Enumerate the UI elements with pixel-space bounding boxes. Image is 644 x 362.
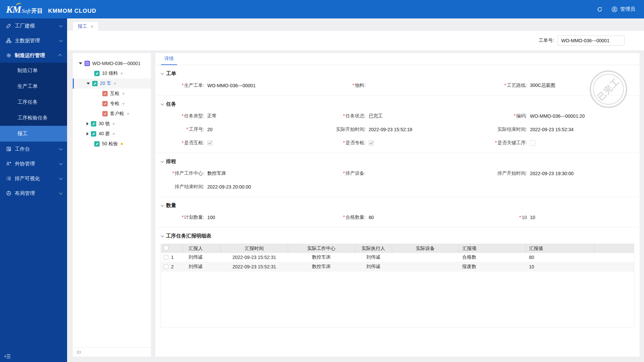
collapse-arrow-icon[interactable] — [87, 122, 89, 125]
field-task-type: *任务类型: 正常 — [161, 112, 322, 120]
field-production-order: *生产工单: WO-MMO-036---00001 — [161, 81, 322, 90]
sidebar-submenu: 制造订单 生产工单 工序任务 工序检验任务 报工 — [0, 63, 67, 142]
tree-footer — [73, 347, 151, 357]
section-work-order: 工单 *生产工单: WO-MMO-036---00001 *物料: *工艺路线:… — [155, 65, 640, 96]
order-tree: WO-MMO-036---00001 10 领料 20 车 互检 — [73, 53, 151, 149]
chevron-down-icon — [59, 38, 63, 42]
refresh-icon[interactable] — [597, 6, 603, 12]
wrench-icon — [94, 71, 100, 76]
list-icon — [6, 176, 11, 181]
status-dot — [122, 93, 124, 95]
section-schedule: 排程 *排产工作中心: 数控车床 *排产设备: 排产开始时间: 2022-09-… — [155, 153, 640, 197]
section-task: 任务 *任务类型: 正常 *任务状态: 已完工 *编码: WO-MMO-036-… — [155, 96, 640, 153]
expand-arrow-icon[interactable] — [79, 62, 82, 64]
sidebar-item-factory-modeling[interactable]: 工厂建模 — [0, 18, 67, 33]
field-qualified-quantity: *合格数量: 80 — [322, 213, 483, 222]
section-report-header[interactable]: 工序任务汇报明细表 — [161, 231, 634, 240]
wrench-icon — [91, 121, 96, 126]
chevron-down-icon — [161, 71, 164, 75]
tree-node-special-inspection[interactable]: 专检 — [73, 99, 151, 109]
status-dot — [122, 103, 124, 105]
col-actual-work-center[interactable]: 实际工作中心 — [288, 244, 355, 253]
order-number-input[interactable] — [557, 36, 625, 46]
checkbox-key-operation[interactable] — [530, 140, 535, 146]
col-report-value[interactable]: 汇报值 — [526, 244, 594, 253]
chevron-down-icon — [161, 203, 164, 207]
sidebar-item-operation-task[interactable]: 工序任务 — [0, 94, 67, 110]
field-process-route: *工艺路线: 300C总装图 — [483, 81, 634, 90]
sidebar-item-workbench[interactable]: 工作台 — [0, 142, 67, 156]
wrench-icon — [91, 131, 96, 137]
sidebar-item-schedule-visualization[interactable]: 排产可视化 — [0, 171, 67, 186]
tab-work-report[interactable]: 报工 × — [73, 22, 98, 31]
tree-node-40-grinding[interactable]: 40 磨 — [73, 129, 151, 139]
status-dot-active — [121, 143, 123, 145]
sidebar-item-production-order[interactable]: 生产工单 — [0, 79, 67, 94]
chevron-down-icon — [59, 176, 63, 180]
tree-node-root[interactable]: WO-MMO-036---00001 — [73, 58, 151, 68]
wrench-icon — [92, 81, 98, 86]
pen-icon — [6, 23, 11, 29]
sidebar-item-master-data[interactable]: 主数据管理 — [0, 33, 67, 48]
sphere-icon — [6, 191, 11, 196]
detail-panel: 详情 工单 *生产工单: WO-MMO-036---00001 *物料: *工艺… — [155, 53, 640, 357]
tree-settings-icon[interactable] — [76, 350, 81, 355]
checkbox-mutual-inspection[interactable] — [207, 140, 213, 146]
wrench-icon — [94, 141, 100, 147]
tree-node-10-picking[interactable]: 10 领料 — [73, 68, 151, 79]
tree-node-30-milling[interactable]: 30 铣 — [73, 119, 151, 129]
user-icon — [611, 6, 618, 12]
field-special-inspection-flag: *是否专检: — [322, 139, 483, 147]
col-reporter[interactable]: 汇报人 — [182, 244, 221, 253]
sidebar-item-inspection-task[interactable]: 工序检验任务 — [0, 110, 67, 126]
col-actual-executor[interactable]: 实际执行人 — [355, 244, 392, 253]
table-row[interactable]: 1 刘伟诚 2022-09-23 15:52:31 数控车床 刘伟诚 合格数 8… — [161, 253, 634, 262]
section-work-order-header[interactable]: 工单 — [161, 69, 634, 78]
order-number-label: 工单号: — [539, 38, 554, 44]
row-checkbox[interactable] — [164, 264, 168, 269]
close-icon[interactable]: × — [91, 24, 93, 29]
sidebar-item-manufacturing-order[interactable]: 制造订单 — [0, 63, 67, 79]
tab-strip: 报工 × — [67, 18, 644, 31]
user-name: 管理员 — [620, 6, 635, 12]
chevron-down-icon — [59, 23, 63, 27]
checked-inspection-icon — [102, 91, 108, 96]
checked-inspection-icon — [102, 111, 108, 116]
tree-node-20-lathe[interactable]: 20 车 — [73, 79, 151, 89]
section-report-table: 工序任务汇报明细表 汇报人 汇报时间 实际工作中心 实际执行人 实际设备 汇报项 — [155, 227, 640, 333]
field-planned-quantity: *计划数量: 100 — [161, 213, 322, 222]
sidebar-item-work-report[interactable]: 报工 — [0, 126, 67, 142]
col-report-item[interactable]: 汇报项 — [459, 244, 526, 253]
logo-cn-text: 开目 — [31, 7, 43, 15]
tree-node-mutual-inspection[interactable]: 互检 — [73, 89, 151, 99]
report-table: 汇报人 汇报时间 实际工作中心 实际执行人 实际设备 汇报项 汇报值 1 刘伟诚 — [161, 244, 634, 271]
sidebar-collapse-icon[interactable] — [4, 353, 11, 360]
outsourcing-icon — [6, 161, 11, 166]
status-dot — [113, 123, 115, 125]
col-report-time[interactable]: 汇报时间 — [221, 244, 288, 253]
sidebar-item-manufacturing-ops[interactable]: 制造运行管理 — [0, 48, 67, 63]
user-menu[interactable]: 管理员 — [611, 6, 635, 12]
col-actual-device[interactable]: 实际设备 — [392, 244, 459, 253]
collapse-arrow-icon[interactable] — [87, 132, 89, 136]
select-all-checkbox[interactable] — [164, 246, 168, 250]
checkbox-special-inspection[interactable] — [369, 140, 374, 146]
row-checkbox[interactable] — [164, 255, 168, 260]
sidebar-item-layout-management[interactable]: 布局管理 — [0, 186, 67, 201]
section-schedule-header[interactable]: 排程 — [161, 157, 634, 166]
field-scheduled-start-time: 排产开始时间: 2022-09-23 19:30:00 — [483, 169, 634, 178]
sidebar-item-outsourcing[interactable]: 外协管理 — [0, 156, 67, 171]
field-material: *物料: — [322, 81, 483, 90]
expand-arrow-icon[interactable] — [87, 83, 90, 85]
section-task-header[interactable]: 任务 — [161, 100, 634, 108]
tree-node-50-inspection[interactable]: 50 检验 — [73, 139, 151, 149]
table-row[interactable]: 2 刘伟诚 2022-09-23 15:52:31 数控车床 刘伟诚 报废数 1… — [161, 262, 634, 271]
field-key-operation-flag: *是否关键工序: — [483, 139, 634, 147]
tree-node-customer-inspection[interactable]: 客户检 — [73, 109, 151, 119]
chevron-down-icon — [59, 147, 63, 150]
work-order-icon — [85, 61, 90, 66]
section-quantity-header[interactable]: 数量 — [161, 201, 634, 210]
tab-details[interactable]: 详情 — [161, 53, 177, 65]
logo-soft-text: Soft — [22, 8, 31, 14]
report-table-container: 汇报人 汇报时间 实际工作中心 实际执行人 实际设备 汇报项 汇报值 1 刘伟诚 — [161, 244, 634, 327]
